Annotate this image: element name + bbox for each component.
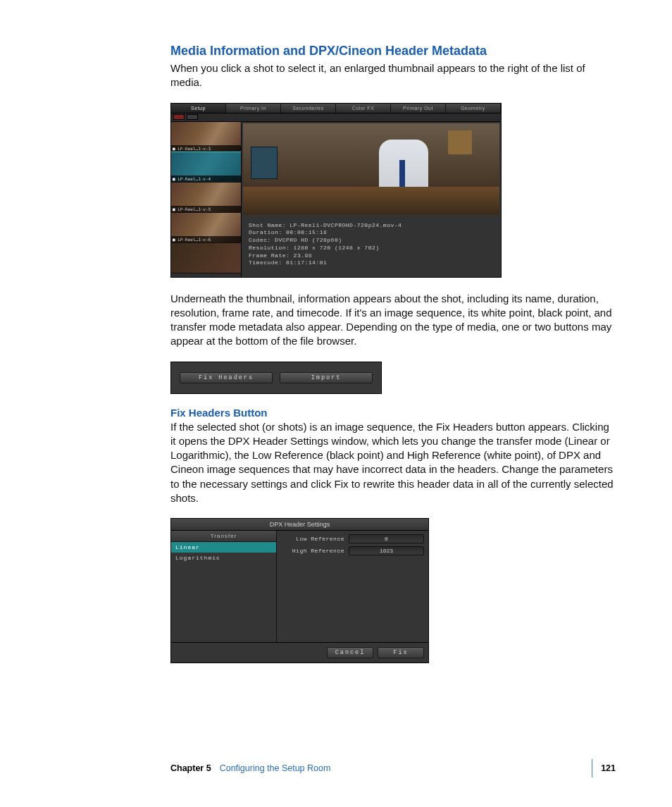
fix-headers-button[interactable]: Fix Headers bbox=[180, 372, 273, 383]
tab-geometry[interactable]: Geometry bbox=[446, 104, 501, 113]
body-paragraph: Underneath the thumbnail, information ap… bbox=[170, 292, 616, 349]
page-number: 121 bbox=[601, 763, 616, 773]
tab-primary-out[interactable]: Primary Out bbox=[391, 104, 446, 113]
chapter-number: Chapter 5 bbox=[170, 763, 211, 773]
clip-label: LP-Reel…1-v-3 bbox=[171, 145, 241, 152]
clip-item[interactable]: LP-Reel…1-v-5 bbox=[171, 183, 241, 213]
clip-item[interactable]: LP-Reel…1-v-6 bbox=[171, 213, 241, 243]
clip-item-selected[interactable]: LP-Reel…1-v-4 bbox=[171, 152, 241, 183]
toolbar bbox=[171, 113, 501, 122]
reference-panel: Low Reference 0 High Reference 1023 bbox=[277, 531, 428, 642]
tab-setup[interactable]: Setup bbox=[171, 104, 226, 113]
clip-label: LP-Reel…1-v-5 bbox=[171, 206, 241, 212]
mode-toggle-icon bbox=[187, 114, 198, 120]
preview-pane: Shot Name: LP-Reel1-DVCPROHD-720p24.mov-… bbox=[242, 122, 501, 277]
cancel-button[interactable]: Cancel bbox=[327, 647, 373, 658]
buttons-screenshot: Fix Headers Import bbox=[170, 362, 382, 394]
low-reference-label: Low Reference bbox=[281, 536, 344, 542]
low-reference-field[interactable]: 0 bbox=[349, 534, 424, 543]
clip-item[interactable] bbox=[171, 243, 241, 273]
dialog-footer: Cancel Fix bbox=[171, 642, 428, 663]
tab-secondaries[interactable]: Secondaries bbox=[281, 104, 336, 113]
media-browser-screenshot: Setup Primary In Secondaries Color FX Pr… bbox=[170, 103, 502, 278]
body-paragraph: If the selected shot (or shots) is an im… bbox=[170, 420, 616, 506]
room-tabs: Setup Primary In Secondaries Color FX Pr… bbox=[171, 104, 501, 113]
import-button[interactable]: Import bbox=[280, 372, 373, 383]
tab-primary-in[interactable]: Primary In bbox=[226, 104, 281, 113]
clip-list: LP-Reel…1-v-3 LP-Reel…1-v-4 LP-Reel…1-v-… bbox=[171, 122, 242, 277]
clip-item[interactable]: LP-Reel…1-v-3 bbox=[171, 122, 241, 152]
shot-metadata: Shot Name: LP-Reel1-DVCPROHD-720p24.mov-… bbox=[242, 216, 501, 273]
clip-thumbnail-icon bbox=[171, 243, 241, 273]
tab-color-fx[interactable]: Color FX bbox=[336, 104, 391, 113]
page-footer: Chapter 5 Configuring the Setup Room 121 bbox=[170, 763, 616, 773]
intro-paragraph: When you click a shot to select it, an e… bbox=[170, 61, 616, 90]
transfer-panel: Transfer Linear Logarithmic bbox=[171, 531, 277, 642]
dpx-header-settings-window: DPX Header Settings Transfer Linear Loga… bbox=[170, 518, 429, 663]
clip-label: LP-Reel…1-v-6 bbox=[171, 236, 241, 242]
subheading: Fix Headers Button bbox=[170, 407, 616, 419]
preview-thumbnail bbox=[243, 123, 499, 215]
high-reference-field[interactable]: 1023 bbox=[349, 546, 424, 555]
fix-button[interactable]: Fix bbox=[378, 647, 424, 658]
record-indicator-icon bbox=[173, 114, 185, 120]
high-reference-label: High Reference bbox=[281, 548, 344, 554]
clip-label: LP-Reel…1-v-4 bbox=[171, 175, 241, 182]
transfer-option-logarithmic[interactable]: Logarithmic bbox=[171, 553, 276, 563]
window-title: DPX Header Settings bbox=[171, 519, 428, 531]
transfer-header: Transfer bbox=[171, 531, 276, 542]
chapter-title: Configuring the Setup Room bbox=[220, 763, 583, 773]
footer-divider-icon bbox=[592, 759, 592, 777]
transfer-option-linear[interactable]: Linear bbox=[171, 542, 276, 553]
section-heading: Media Information and DPX/Cineon Header … bbox=[170, 44, 616, 58]
